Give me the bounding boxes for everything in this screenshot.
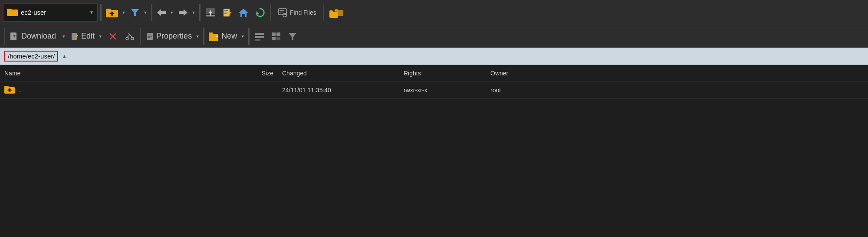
file-list-header: Name Size Changed Rights Owner — [0, 65, 868, 81]
new-folder-arrow[interactable]: ▼ — [120, 4, 127, 21]
new-main[interactable]: New — [207, 28, 239, 45]
properties-btn-group[interactable]: Properties ▼ — [143, 28, 201, 45]
sep-s4 — [248, 28, 250, 45]
filter-view-btn[interactable] — [285, 28, 300, 45]
delete-btn[interactable] — [105, 28, 121, 45]
sep-s3 — [203, 28, 204, 45]
svg-rect-43 — [148, 36, 152, 37]
svg-rect-50 — [255, 33, 264, 35]
svg-point-37 — [131, 37, 134, 40]
col-header-owner: Owner — [486, 70, 573, 77]
svg-rect-52 — [255, 39, 260, 41]
main-content: Name Size Changed Rights Owner .. 24/11/… — [0, 65, 868, 237]
back-btn-group[interactable]: ▼ — [155, 4, 175, 21]
back-main[interactable] — [155, 4, 168, 21]
view-btn-2[interactable] — [268, 28, 284, 45]
table-row[interactable]: .. 24/11/01 11:35:40 rwxr-xr-x root — [0, 81, 868, 99]
svg-rect-46 — [209, 32, 213, 35]
svg-rect-53 — [272, 32, 276, 36]
filter-main[interactable] — [128, 4, 142, 21]
col-header-size: Size — [226, 70, 278, 77]
svg-rect-59 — [4, 86, 9, 88]
col-header-changed: Changed — [278, 70, 399, 77]
forward-main[interactable] — [176, 4, 190, 21]
forward-arrow[interactable]: ▼ — [190, 4, 197, 21]
svg-rect-42 — [148, 35, 152, 36]
edit-btn-group[interactable]: Edit ▼ — [68, 28, 104, 45]
refresh-btn[interactable] — [252, 4, 268, 21]
file-changed: 24/11/01 11:35:40 — [278, 87, 399, 94]
new-folder-btn-group[interactable]: ▼ — [104, 4, 127, 21]
file-list-area: .. 24/11/01 11:35:40 rwxr-xr-x root — [0, 81, 868, 237]
cut-btn[interactable] — [122, 28, 138, 45]
svg-point-23 — [283, 13, 286, 17]
edit-arrow[interactable]: ▼ — [97, 28, 104, 45]
separator-4 — [270, 4, 271, 21]
path-text[interactable]: /home/ec2-user/ — [4, 51, 58, 62]
svg-line-38 — [127, 35, 130, 37]
toolbar-second: Download ▼ Edit ▼ — [0, 25, 868, 48]
svg-rect-14 — [224, 13, 227, 14]
svg-marker-7 — [179, 9, 187, 16]
svg-marker-6 — [157, 9, 166, 16]
svg-line-24 — [286, 16, 287, 17]
edit-main[interactable]: Edit — [68, 28, 97, 45]
svg-marker-57 — [289, 33, 296, 40]
edit-label: Edit — [81, 32, 95, 41]
svg-rect-12 — [224, 10, 228, 11]
download-label: Download — [21, 32, 56, 41]
svg-rect-3 — [106, 9, 111, 12]
file-rights: rwxr-xr-x — [399, 87, 486, 94]
folder-up-icon — [4, 85, 15, 95]
location-dropdown-arrow: ▼ — [89, 10, 94, 15]
svg-marker-5 — [131, 9, 139, 16]
svg-rect-54 — [276, 32, 280, 36]
home-btn[interactable] — [236, 4, 251, 21]
col-header-rights: Rights — [399, 70, 486, 77]
stacked-folders-btn[interactable] — [326, 4, 346, 21]
svg-rect-56 — [276, 37, 280, 40]
svg-line-39 — [130, 35, 132, 37]
svg-rect-51 — [255, 36, 264, 38]
upload-btn[interactable] — [203, 4, 218, 21]
svg-rect-27 — [329, 12, 338, 18]
new-arrow[interactable]: ▼ — [239, 28, 246, 45]
edit-file-btn[interactable] — [219, 4, 235, 21]
new-label: New — [221, 32, 237, 41]
col-header-name: Name — [0, 70, 226, 77]
properties-main[interactable]: Properties — [143, 28, 194, 45]
properties-label: Properties — [156, 32, 192, 41]
svg-rect-28 — [329, 10, 333, 13]
separator-2 — [151, 4, 152, 21]
svg-marker-17 — [239, 9, 248, 17]
svg-line-40 — [128, 33, 130, 35]
download-main[interactable]: Download — [7, 28, 58, 45]
sep-s1 — [4, 28, 5, 45]
new-folder-main[interactable] — [104, 4, 120, 21]
new-btn-group[interactable]: New ▼ — [207, 28, 246, 45]
separator-5 — [323, 4, 324, 21]
svg-rect-22 — [279, 12, 283, 13]
forward-btn-group[interactable]: ▼ — [176, 4, 197, 21]
svg-rect-55 — [272, 37, 276, 40]
separator-1 — [100, 4, 102, 21]
back-arrow[interactable]: ▼ — [168, 4, 175, 21]
svg-rect-29 — [10, 32, 16, 40]
sep-s2 — [140, 28, 141, 45]
toolbar-top: ec2-user ▼ ▼ ▼ ▼ — [0, 0, 868, 25]
find-files-btn[interactable]: Find Files — [273, 4, 321, 21]
svg-point-36 — [126, 37, 128, 40]
filter-arrow[interactable]: ▼ — [142, 4, 149, 21]
download-arrow[interactable]: ▼ — [60, 28, 67, 45]
download-btn-group[interactable]: Download ▼ — [7, 28, 67, 45]
filter-btn-group[interactable]: ▼ — [128, 4, 149, 21]
properties-arrow[interactable]: ▼ — [194, 28, 201, 45]
file-owner: root — [486, 87, 573, 94]
svg-rect-1 — [7, 9, 12, 11]
location-dropdown[interactable]: ec2-user ▼ — [3, 3, 98, 22]
view-btn-1[interactable] — [252, 28, 267, 45]
svg-marker-19 — [256, 11, 260, 14]
file-name: .. — [18, 87, 22, 94]
svg-rect-21 — [279, 10, 284, 11]
path-bar: /home/ec2-user/ ▲ — [0, 48, 868, 65]
